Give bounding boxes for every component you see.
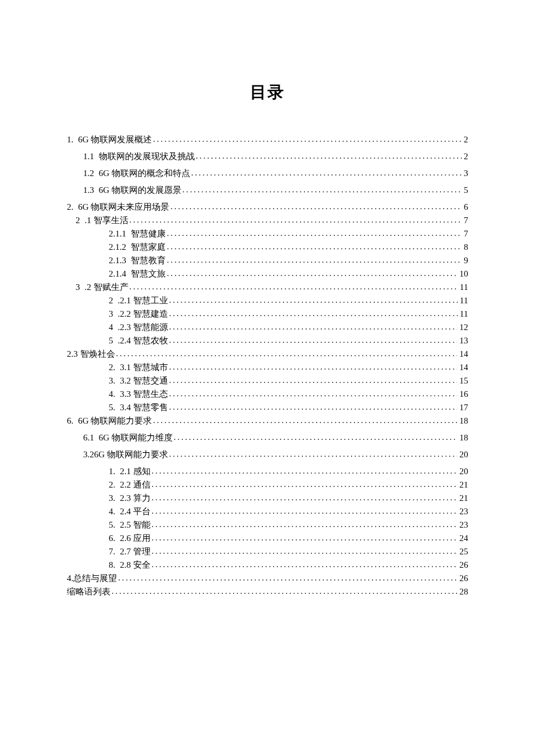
toc-entry-page: 18 <box>459 417 468 425</box>
toc-entry-number: 2. <box>67 203 73 212</box>
toc-leader-dots: ........................................… <box>169 403 457 411</box>
toc-entry-label: 3.1 智慧城市 <box>120 363 168 372</box>
toc-entry-number: 2. <box>109 363 115 372</box>
toc-entry-page: 16 <box>459 390 468 399</box>
toc-entry[interactable]: 1.26G 物联网的概念和特点.........................… <box>83 169 468 178</box>
toc-leader-dots: ........................................… <box>169 363 457 371</box>
toc-entry-label: 6G 物联网的发展愿景 <box>99 186 181 195</box>
toc-entry[interactable]: 4.3.3 智慧生态..............................… <box>109 390 468 399</box>
toc-entry[interactable]: 5.2.5 智能................................… <box>109 521 468 529</box>
toc-entry-page: 14 <box>459 350 468 359</box>
toc-entry[interactable]: 1.6G 物联网发展概述............................… <box>67 135 468 144</box>
toc-entry-label: .2.4 智慧农牧 <box>118 336 168 345</box>
toc-entry[interactable]: 2.2.2 通信................................… <box>109 481 468 489</box>
toc-entry[interactable]: 2.2.1 智慧工业..............................… <box>109 296 468 305</box>
toc-entry[interactable]: 2.1.2智慧家庭...............................… <box>109 243 468 252</box>
toc-entry[interactable]: 3.2 智赋生产................................… <box>76 283 468 292</box>
toc-entry[interactable]: 2.1.3智慧教育...............................… <box>109 256 468 265</box>
toc-entry[interactable]: 6.2.6 应用................................… <box>109 534 468 543</box>
toc-entry-page: 12 <box>459 323 468 332</box>
toc-entry[interactable]: 6.16G 物联网能力维度...........................… <box>83 433 468 442</box>
toc-leader-dots: ........................................… <box>167 243 462 251</box>
toc-entry-page: 23 <box>459 507 468 516</box>
toc-entry[interactable]: 缩略语列表...................................… <box>67 587 468 596</box>
toc-entry-number: 2 <box>76 216 80 225</box>
toc-entry[interactable]: 2.6G 物联网未来应用场景..........................… <box>67 203 468 212</box>
toc-entry-label: 缩略语列表 <box>67 587 110 596</box>
toc-entry-label: .2.1 智慧工业 <box>118 296 168 305</box>
toc-entry-label: 智慧健康 <box>131 230 166 238</box>
toc-leader-dots: ........................................… <box>130 283 458 291</box>
toc-entry[interactable]: 1.2.1 感知................................… <box>109 467 468 476</box>
toc-entry[interactable]: 4.2.3 智慧能源..............................… <box>109 323 468 332</box>
toc-entry[interactable]: 5.2.4 智慧农牧..............................… <box>109 336 468 345</box>
toc-title: 目录 <box>67 81 468 103</box>
toc-entry[interactable]: 5.3.4 智慧零售..............................… <box>109 403 468 412</box>
toc-entry-number: 1. <box>67 135 73 144</box>
toc-entry-label: 物联网的发展现状及挑战 <box>99 152 195 161</box>
toc-entry[interactable]: 3.3.2 智慧交通..............................… <box>109 377 468 385</box>
toc-entry-number: 3. <box>109 377 115 385</box>
toc-entry[interactable]: 2.3 智焕社会................................… <box>67 350 468 359</box>
toc-entry-page: 11 <box>460 296 468 305</box>
toc-entry-page: 2 <box>464 135 469 144</box>
toc-entry-page: 21 <box>459 481 468 489</box>
toc-entry-label: 6G 物联网能力维度 <box>99 433 173 442</box>
toc-entry-page: 2 <box>464 152 469 161</box>
toc-entry-number: 2.1.4 <box>109 270 126 278</box>
toc-entry[interactable]: 6.6G 物联网能力要求............................… <box>67 417 468 425</box>
toc-entry-label: 3.4 智慧零售 <box>120 403 168 412</box>
toc-leader-dots: ........................................… <box>152 561 457 569</box>
toc-entry[interactable]: 3.26G 物联网能力要求...........................… <box>83 450 468 459</box>
toc-entry-label: 2.4 平台 <box>120 507 151 516</box>
toc-entry-number: 7. <box>109 547 115 556</box>
toc-leader-dots: ........................................… <box>174 433 457 442</box>
toc-entry-page: 9 <box>464 256 469 265</box>
toc-leader-dots: ........................................… <box>152 534 457 542</box>
toc-entry-page: 5 <box>464 186 469 195</box>
toc-entry-label: 智慧教育 <box>131 256 166 265</box>
toc-leader-dots: ........................................… <box>152 521 457 529</box>
toc-entry-label: .1 智享生活 <box>85 216 129 225</box>
toc-entry-label: 智慧家庭 <box>131 243 166 252</box>
toc-entry-page: 20 <box>459 450 468 459</box>
toc-entry-label: 6G 物联网能力要求 <box>78 417 152 425</box>
toc-entry[interactable]: 2.1.1智慧健康...............................… <box>109 230 468 238</box>
toc-entry-label: 6G 物联网发展概述 <box>78 135 152 144</box>
toc-entry-number: 2.1.2 <box>109 243 126 252</box>
toc-leader-dots: ........................................… <box>167 270 457 278</box>
toc-entry[interactable]: 1.1物联网的发展现状及挑战..........................… <box>83 152 468 161</box>
toc-entry-label: .2.2 智慧建造 <box>118 310 168 318</box>
toc-entry[interactable]: 2.1.4智慧文旅...............................… <box>109 270 468 278</box>
toc-leader-dots: ........................................… <box>169 450 457 458</box>
toc-entry[interactable]: 1.36G 物联网的发展愿景..........................… <box>83 186 468 195</box>
toc-entry[interactable]: 2.3.1 智慧城市..............................… <box>109 363 468 372</box>
toc-entry-page: 14 <box>459 363 468 372</box>
toc-entry-page: 18 <box>459 433 468 442</box>
toc-entry-label: 6G 物联网的概念和特点 <box>99 169 190 178</box>
toc-entry-label: 2.3 算力 <box>120 494 151 503</box>
toc-leader-dots: ........................................… <box>191 169 462 177</box>
toc-entry[interactable]: 3.2.3 算力................................… <box>109 494 468 503</box>
toc-entry-label: .2 智赋生产 <box>85 283 129 292</box>
toc-entry-number: 1.3 <box>83 186 94 195</box>
toc-entry[interactable]: 4.总结与展望.................................… <box>67 574 468 583</box>
toc-entry-label: 3.26G 物联网能力要求 <box>83 450 168 459</box>
toc-entry[interactable]: 8.2.8 安全................................… <box>109 561 468 569</box>
toc-entry-label: 2.3 智焕社会 <box>67 350 115 359</box>
toc-leader-dots: ........................................… <box>169 296 458 304</box>
toc-entry[interactable]: 4.2.4 平台................................… <box>109 507 468 516</box>
toc-leader-dots: ........................................… <box>169 377 457 385</box>
toc-entry-number: 6. <box>109 534 115 543</box>
toc-entry[interactable]: 2.1 智享生活................................… <box>76 216 468 225</box>
toc-entry[interactable]: 3.2.2 智慧建造..............................… <box>109 310 468 318</box>
toc-entry-number: 5 <box>109 336 113 345</box>
toc-leader-dots: ........................................… <box>130 216 462 224</box>
toc-entry-page: 11 <box>460 283 468 292</box>
toc-entry-number: 2.1.3 <box>109 256 126 265</box>
toc-entry-page: 26 <box>459 561 468 569</box>
toc-entry[interactable]: 7.2.7 管理................................… <box>109 547 468 556</box>
toc-entry-number: 1.1 <box>83 152 94 161</box>
toc-entry-page: 15 <box>459 377 468 385</box>
toc-entry-page: 3 <box>464 169 469 178</box>
